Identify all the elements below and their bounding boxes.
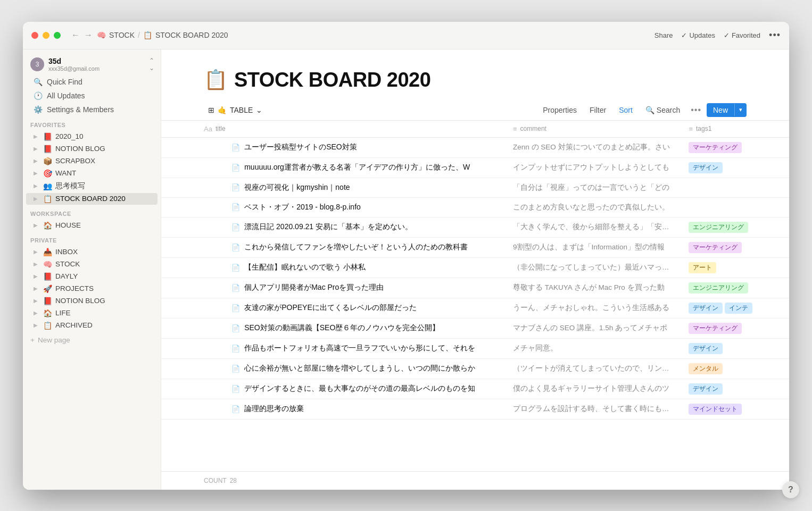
updates-button[interactable]: ✓ Updates <box>681 31 715 39</box>
drag-handle[interactable]: ⠿ <box>214 262 224 273</box>
add-row-button[interactable]: + <box>204 222 212 232</box>
breadcrumb-label-2[interactable]: STOCK BOARD 2020 <box>155 31 228 39</box>
back-button[interactable]: ← <box>71 30 80 40</box>
table-row[interactable]: + ⠿ 📄 muuuuu.org運営者が教える名著「アイデアの作り方」に倣った、… <box>161 157 789 178</box>
sidebar-item-scrapbox[interactable]: ▶📦SCRAPBOX <box>26 155 158 167</box>
table-row[interactable]: + ⠿ 📄 心に余裕が無いと部屋に物を増やしてしまうし、いつの間にか散らか ↗ … <box>161 358 789 379</box>
table-row[interactable]: + ⠿ 📄 作品もポートフォリオも高速で一旦ラフでいいから形にして、それを ↗ … <box>161 338 789 358</box>
sidebar-item-archived[interactable]: ▶📋ARCHIVED <box>26 320 158 331</box>
drag-handle[interactable]: ⠿ <box>214 323 224 333</box>
col-header-title[interactable]: Aa title <box>161 121 507 138</box>
forward-button[interactable]: → <box>84 30 93 40</box>
table-view-selector[interactable]: ⊞ 🤙 TABLE ⌄ <box>204 104 267 116</box>
add-row-button[interactable]: + <box>204 282 212 293</box>
drag-handle[interactable]: ⠿ <box>214 303 224 313</box>
add-row-button[interactable]: + <box>204 142 212 153</box>
chevron-icon: ▶ <box>34 170 40 176</box>
close-button[interactable] <box>31 32 38 39</box>
add-row-button[interactable]: + <box>204 162 212 173</box>
filter-button[interactable]: Filter <box>584 104 611 116</box>
table-row[interactable]: + ⠿ 📄 漂流日記 2020.09.21 安易に「基本」を定めない。 ↗ OP… <box>161 217 789 237</box>
sidebar-item-notion blog[interactable]: ▶📕NOTION BLOG <box>26 295 158 307</box>
drag-handle[interactable]: ⠿ <box>214 242 224 253</box>
add-row-button[interactable]: + <box>204 404 212 414</box>
settings-button[interactable]: ⚙️ Settings & Members <box>26 103 158 116</box>
cell-tags: エンジニアリング <box>682 278 789 298</box>
new-button[interactable]: New ▾ <box>707 103 747 117</box>
sidebar-item-life[interactable]: ▶🏠LIFE <box>26 307 158 319</box>
sidebar-item-stock-board-2020[interactable]: ▶📋STOCK BOARD 2020 <box>26 193 158 205</box>
tag-badge: マインドセット <box>689 404 742 415</box>
add-row-button[interactable]: + <box>204 242 212 253</box>
table-row[interactable]: + ⠿ 📄 ベスト・オブ・2019 - blog.8-p.info ↗ OPEN… <box>161 197 789 217</box>
table-footer: COUNT 28 <box>161 471 789 490</box>
workspace-list: ▶🏠HOUSE <box>23 219 161 232</box>
table-row[interactable]: + ⠿ 📄 視座の可視化｜kgmyshin｜note ↗ OPEN 「自分は「視… <box>161 178 789 197</box>
minimize-button[interactable] <box>43 32 49 39</box>
table-row[interactable]: + ⠿ 📄 デザインするときに、最も大事なのがその道の最高レベルのものを知 ↗ … <box>161 379 789 399</box>
sidebar-item-inbox[interactable]: ▶📥INBOX <box>26 246 158 258</box>
user-profile[interactable]: 3 35d xxx35d@gmail.com ⌃⌄ <box>23 54 161 75</box>
help-button[interactable]: ? <box>782 481 799 498</box>
fullscreen-button[interactable] <box>54 32 61 39</box>
share-button[interactable]: Share <box>654 31 673 39</box>
add-row-button[interactable]: + <box>204 202 212 213</box>
all-updates-button[interactable]: 🕐 All Updates <box>26 89 158 102</box>
sort-button[interactable]: Sort <box>614 104 638 116</box>
more-options-button[interactable]: ••• <box>769 30 781 41</box>
add-row-button[interactable]: + <box>204 262 212 273</box>
drag-handle[interactable]: ⠿ <box>214 383 224 394</box>
drag-handle[interactable]: ⠿ <box>214 142 224 153</box>
table-row[interactable]: + ⠿ 📄 個人アプリ開発者がMac Proを買った理由 ↗ OPEN 尊敬する… <box>161 278 789 298</box>
sidebar-item-2020_10[interactable]: ▶📕2020_10 <box>26 131 158 143</box>
table-row[interactable]: + ⠿ 📄 SEO対策の動画講義【SEO歴６年のノウハウを完全公開】 ↗ OPE… <box>161 318 789 338</box>
table-row[interactable]: + ⠿ 📄 【生配信】眠れないので歌う 小林私 ↗ OPEN （非公開になってし… <box>161 257 789 278</box>
drag-handle[interactable]: ⠿ <box>214 162 224 173</box>
breadcrumb-separator: / <box>138 31 140 39</box>
add-row-button[interactable]: + <box>204 363 212 374</box>
new-page-button[interactable]: + New page <box>23 334 161 346</box>
sidebar-item-思考模写[interactable]: ▶👥思考模写 <box>26 180 158 192</box>
more-options-icon[interactable]: ••• <box>687 103 705 117</box>
table-row[interactable]: + ⠿ 📄 ユーザー投稿型サイトのSEO対策 ↗ OPEN Zenn の SEO… <box>161 137 789 157</box>
search-button[interactable]: 🔍 Search <box>640 104 685 116</box>
breadcrumb-label-1[interactable]: STOCK <box>109 31 135 39</box>
drag-handle[interactable]: ⠿ <box>214 222 224 232</box>
drag-handle[interactable]: ⠿ <box>214 182 224 193</box>
drag-handle[interactable]: ⠿ <box>214 343 224 354</box>
favorited-button[interactable]: ✓ Favorited <box>724 31 760 39</box>
drag-handle[interactable]: ⠿ <box>214 363 224 374</box>
add-row-button[interactable]: + <box>204 323 212 333</box>
properties-button[interactable]: Properties <box>537 104 582 116</box>
title-text: 【生配信】眠れないので歌う 小林私 <box>244 263 366 272</box>
col-header-comment[interactable]: ≡ comment <box>507 121 682 138</box>
table-row[interactable]: + ⠿ 📄 論理的思考の放棄 ↗ OPEN プログラムを設計する時、そして書く時… <box>161 399 789 419</box>
drag-handle[interactable]: ⠿ <box>214 282 224 293</box>
sidebar-item-projects[interactable]: ▶🚀PROJECTS <box>26 283 158 295</box>
add-row-button[interactable]: + <box>204 343 212 354</box>
drag-handle[interactable]: ⠿ <box>214 404 224 414</box>
new-button-label[interactable]: New <box>707 103 734 117</box>
add-row-button[interactable]: + <box>204 303 212 313</box>
cell-comment: Zenn の SEO 対策についてのまとめ記事。さい <box>507 137 682 157</box>
cell-comment: 9割型の人は、まずは「Information」型の情報 <box>507 237 682 257</box>
sidebar-item-house[interactable]: ▶🏠HOUSE <box>26 220 158 231</box>
quick-find-button[interactable]: 🔍 Quick Find <box>26 76 158 88</box>
sidebar-item-notion-blog[interactable]: ▶📕NOTION BLOG <box>26 143 158 155</box>
new-button-chevron[interactable]: ▾ <box>734 104 747 116</box>
sidebar-item-stock[interactable]: ▶🧠STOCK <box>26 258 158 270</box>
sidebar-item-dayly[interactable]: ▶📕DAYLY <box>26 271 158 282</box>
sidebar-item-want[interactable]: ▶🎯WANT <box>26 167 158 179</box>
private-list: ▶📥INBOX▶🧠STOCK▶📕DAYLY▶🚀PROJECTS▶📕NOTION … <box>23 246 161 332</box>
tag-badge: デザイン <box>689 303 723 314</box>
add-row-button[interactable]: + <box>204 182 212 193</box>
document-icon: 📄 <box>231 405 240 413</box>
col-header-tags[interactable]: ≡ tags1 <box>682 121 789 138</box>
drag-handle[interactable]: ⠿ <box>214 202 224 213</box>
table-row[interactable]: + ⠿ 📄 友達の家がPOPEYEに出てくるレベルの部屋だった ↗ OPEN う… <box>161 298 789 318</box>
chevron-icon: ▶ <box>34 146 40 152</box>
table-row[interactable]: + ⠿ 📄 これから発信してファンを増やしたいぞ！という人のための教科書 ↗ O… <box>161 237 789 257</box>
cell-comment: このまとめ方良いなと思ったので真似したい。 <box>507 197 682 217</box>
add-row-button[interactable]: + <box>204 383 212 394</box>
table-container[interactable]: Aa title ≡ comment <box>161 121 789 471</box>
